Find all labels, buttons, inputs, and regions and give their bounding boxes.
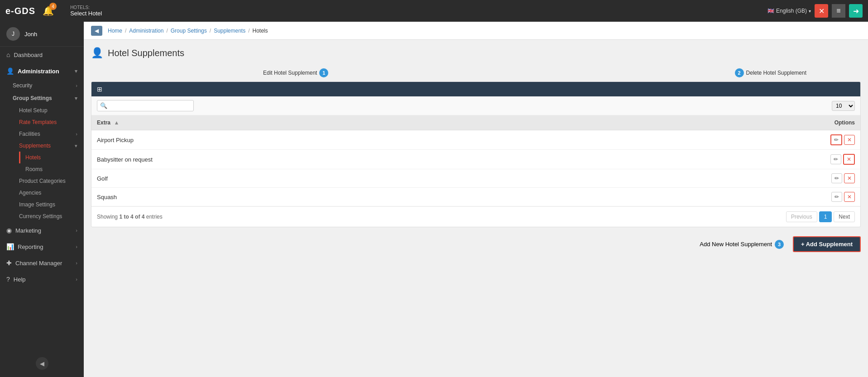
- hotel-name: Select Hotel: [70, 10, 102, 17]
- annotation-delete: 2 Delete Hotel Supplement: [735, 68, 806, 77]
- col-extra[interactable]: Extra ▲: [91, 115, 806, 130]
- topbar-right: 🇬🇧 English (GB) ▾ ✕ ≡ ➜: [767, 4, 863, 18]
- add-supplement-button[interactable]: + Add Supplement: [793, 236, 861, 252]
- cell-extra: Babysitter on request: [91, 150, 806, 169]
- cell-extra: Airport Pickup: [91, 130, 806, 150]
- menu-button[interactable]: ≡: [832, 4, 845, 18]
- main-content: ◀ Home / Administration / Group Settings…: [84, 22, 868, 377]
- close-button[interactable]: ✕: [815, 4, 828, 18]
- home-icon: ⌂: [6, 51, 10, 58]
- sidebar-item-security[interactable]: Security ›: [6, 79, 84, 92]
- chevron-channel: ›: [76, 260, 77, 266]
- edit-button[interactable]: ✏: [830, 154, 841, 164]
- breadcrumb-supplements[interactable]: Supplements: [214, 28, 245, 34]
- search-icon: 🔍: [100, 102, 107, 109]
- back-button[interactable]: ◀: [91, 26, 102, 36]
- sidebar-item-supplements[interactable]: Supplements ▾: [13, 140, 84, 152]
- table-body: Airport Pickup✏✕Babysitter on request✏✕G…: [91, 130, 860, 206]
- sidebar-item-hotels[interactable]: Hotels: [19, 152, 84, 163]
- user-icon: 👤: [6, 67, 14, 75]
- page-1-button[interactable]: 1: [819, 211, 832, 222]
- sidebar-item-rooms[interactable]: Rooms: [19, 163, 84, 175]
- table-row: Squash✏✕: [91, 188, 860, 206]
- sidebar-item-rate-templates[interactable]: Rate Templates: [13, 116, 84, 128]
- cell-options: ✏✕: [806, 169, 860, 188]
- sidebar-submenu-administration: Security › Group Settings ▾ Hotel Setup …: [0, 79, 84, 222]
- sidebar-user: J Jonh: [0, 22, 84, 47]
- breadcrumb-sep-3: /: [210, 28, 211, 34]
- sidebar: J Jonh ⌂Dashboard 👤Administration ▾ Secu…: [0, 22, 84, 377]
- logout-button[interactable]: ➜: [849, 4, 863, 18]
- grid-icon[interactable]: ⊞: [97, 86, 102, 93]
- sidebar-item-image-settings[interactable]: Image Settings: [13, 199, 84, 210]
- sidebar-item-help[interactable]: ?Help ›: [0, 271, 84, 287]
- annotation-edit: Edit Hotel Supplement 1: [263, 68, 328, 77]
- table-toolbar: 🔍 10 25 50 100: [91, 96, 860, 115]
- sidebar-collapse-button[interactable]: ◀: [36, 357, 48, 370]
- chevron-right-icon: ›: [76, 83, 77, 88]
- topbar: e-GDS 🔔 4 HOTELS: Select Hotel 🇬🇧 Englis…: [0, 0, 868, 22]
- delete-button[interactable]: ✕: [844, 192, 855, 202]
- sidebar-item-currency-settings[interactable]: Currency Settings: [13, 210, 84, 222]
- page-header: 👤 Hotel Supplements: [91, 47, 861, 59]
- sidebar-item-channel-manager[interactable]: ✚Channel Manager ›: [0, 255, 84, 271]
- sidebar-item-administration[interactable]: 👤Administration ▾: [0, 63, 84, 79]
- sort-arrow-extra: ▲: [114, 119, 119, 126]
- sidebar-item-hotel-setup[interactable]: Hotel Setup: [13, 105, 84, 116]
- page-content: 👤 Hotel Supplements Edit Hotel Supplemen…: [84, 40, 868, 377]
- username: Jonh: [24, 31, 37, 38]
- data-table: Extra ▲ Options Airport Pickup✏✕Babysitt…: [91, 115, 860, 206]
- sidebar-item-agencies[interactable]: Agencies: [13, 187, 84, 199]
- sidebar-item-dashboard[interactable]: ⌂Dashboard: [0, 47, 84, 63]
- data-card: ⊞ 🔍 10 25 50 100: [91, 81, 861, 227]
- edit-button[interactable]: ✏: [830, 134, 842, 145]
- next-button[interactable]: Next: [834, 211, 855, 222]
- sidebar-item-facilities[interactable]: Facilities ›: [13, 128, 84, 140]
- search-box[interactable]: 🔍: [97, 100, 194, 111]
- breadcrumb-sep-4: /: [248, 28, 249, 34]
- notification-bell[interactable]: 🔔 4: [43, 5, 54, 16]
- add-label: Add New Hotel Supplement: [700, 241, 772, 248]
- marketing-icon: ◉: [6, 227, 12, 234]
- sidebar-item-marketing[interactable]: ◉Marketing ›: [0, 222, 84, 239]
- pagination: Previous 1 Next: [786, 211, 855, 222]
- edit-button[interactable]: ✏: [831, 173, 842, 183]
- per-page-selector: 10 25 50 100: [832, 101, 855, 111]
- edit-button[interactable]: ✏: [831, 192, 842, 202]
- hotel-selector[interactable]: HOTELS: Select Hotel: [70, 5, 102, 17]
- table-header-row: Extra ▲ Options: [91, 115, 860, 130]
- page-header-icon: 👤: [91, 47, 103, 59]
- help-icon: ?: [6, 276, 10, 283]
- reporting-icon: 📊: [6, 243, 14, 250]
- per-page-select[interactable]: 10 25 50 100: [832, 101, 855, 111]
- breadcrumb-administration[interactable]: Administration: [129, 28, 163, 34]
- search-input[interactable]: [109, 101, 191, 110]
- delete-button[interactable]: ✕: [844, 135, 855, 145]
- sidebar-nav: ⌂Dashboard 👤Administration ▾ Security › …: [0, 47, 84, 350]
- sidebar-item-reporting[interactable]: 📊Reporting ›: [0, 239, 84, 255]
- chevron-help: ›: [76, 277, 77, 282]
- sidebar-item-group-settings[interactable]: Group Settings ▾: [6, 92, 84, 105]
- cell-options: ✏✕: [806, 150, 860, 169]
- table-row: Golf✏✕: [91, 169, 860, 188]
- chevron-marketing: ›: [76, 228, 77, 233]
- delete-button[interactable]: ✕: [843, 154, 855, 165]
- card-header: ⊞: [91, 82, 860, 96]
- language-selector[interactable]: 🇬🇧 English (GB) ▾: [767, 8, 811, 14]
- breadcrumb-sep-2: /: [166, 28, 168, 34]
- flag-icon: 🇬🇧: [767, 8, 774, 14]
- annotation-edit-badge: 1: [319, 68, 328, 77]
- breadcrumb-group-settings[interactable]: Group Settings: [171, 28, 207, 34]
- sidebar-item-product-categories[interactable]: Product Categories: [13, 175, 84, 187]
- breadcrumb-home[interactable]: Home: [108, 28, 122, 34]
- layout: J Jonh ⌂Dashboard 👤Administration ▾ Secu…: [0, 22, 868, 377]
- channel-icon: ✚: [6, 259, 12, 267]
- cell-options: ✏✕: [806, 188, 860, 206]
- annotation-delete-badge: 2: [735, 68, 744, 77]
- notification-count: 4: [49, 3, 57, 10]
- hotel-label: HOTELS:: [70, 5, 102, 10]
- delete-button[interactable]: ✕: [844, 173, 855, 183]
- chevron-right-fac: ›: [76, 131, 77, 137]
- chevron-reporting: ›: [76, 244, 77, 249]
- prev-button[interactable]: Previous: [786, 211, 817, 222]
